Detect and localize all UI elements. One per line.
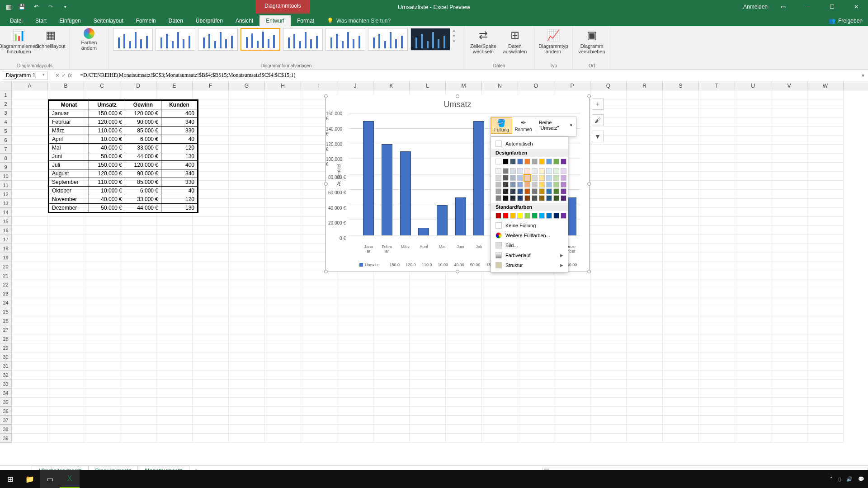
col-header[interactable]: M — [446, 81, 482, 90]
redo-button[interactable]: ↷ — [45, 1, 56, 12]
change-chart-type-button[interactable]: 📈Diagrammtyp ändern — [539, 28, 568, 54]
row-header[interactable]: 35 — [0, 398, 12, 407]
row-header[interactable]: 16 — [0, 226, 12, 235]
tab-home[interactable]: Start — [29, 15, 53, 26]
row-header[interactable]: 5 — [0, 127, 12, 136]
color-swatch[interactable] — [524, 159, 530, 164]
save-button[interactable]: 💾 — [16, 1, 27, 12]
row-header[interactable]: 15 — [0, 217, 12, 226]
row-header[interactable]: 3 — [0, 108, 12, 117]
color-swatch[interactable] — [510, 188, 516, 194]
styles-more-button[interactable]: ▴▾▾ — [453, 28, 459, 43]
color-swatch[interactable] — [553, 168, 559, 174]
row-header[interactable]: 1 — [0, 90, 12, 99]
color-swatch[interactable] — [524, 188, 530, 194]
row-header[interactable]: 24 — [0, 298, 12, 307]
col-header[interactable]: W — [807, 81, 844, 90]
color-swatch[interactable] — [503, 175, 509, 181]
col-header[interactable]: O — [518, 81, 554, 90]
color-swatch[interactable] — [532, 168, 538, 174]
row-header[interactable]: 36 — [0, 407, 12, 416]
gradient-fill[interactable]: Farbverlauf▶ — [491, 250, 568, 260]
color-swatch[interactable] — [503, 168, 509, 174]
color-swatch[interactable] — [539, 159, 545, 164]
col-header[interactable]: P — [554, 81, 590, 90]
taskbar-excel[interactable]: X — [60, 470, 80, 488]
color-swatch[interactable] — [532, 159, 538, 164]
color-swatch[interactable] — [561, 175, 566, 181]
color-swatch[interactable] — [553, 195, 559, 201]
col-header[interactable]: T — [699, 81, 735, 90]
col-header[interactable]: C — [84, 81, 120, 90]
row-header[interactable]: 22 — [0, 280, 12, 289]
row-header[interactable]: 6 — [0, 136, 12, 145]
tab-file[interactable]: Datei — [4, 15, 29, 26]
fx-button[interactable]: fx — [68, 72, 72, 79]
chart-style-2[interactable] — [156, 28, 195, 51]
color-swatch[interactable] — [561, 168, 566, 174]
row-header[interactable]: 9 — [0, 163, 12, 172]
bar[interactable] — [473, 121, 484, 235]
color-swatch[interactable] — [524, 182, 530, 188]
color-swatch[interactable] — [510, 168, 516, 174]
maximize-button[interactable]: ☐ — [823, 0, 841, 14]
bar[interactable] — [437, 205, 448, 236]
tab-formulas[interactable]: Formeln — [130, 15, 162, 26]
row-header[interactable]: 29 — [0, 343, 12, 352]
notifications-icon[interactable]: 💬 — [858, 476, 864, 482]
col-header[interactable]: L — [410, 81, 446, 90]
color-swatch[interactable] — [510, 182, 516, 188]
color-swatch[interactable] — [503, 182, 509, 188]
color-swatch[interactable] — [561, 182, 566, 188]
color-swatch[interactable] — [532, 188, 538, 194]
no-fill[interactable]: Keine Füllung — [491, 221, 568, 230]
col-header[interactable]: J — [337, 81, 373, 90]
row-header[interactable]: 37 — [0, 416, 12, 425]
row-header[interactable]: 28 — [0, 334, 12, 343]
color-swatch[interactable] — [532, 182, 538, 188]
tab-view[interactable]: Ansicht — [229, 15, 259, 26]
row-header[interactable]: 26 — [0, 316, 12, 325]
row-header[interactable]: 14 — [0, 208, 12, 217]
row-header[interactable]: 20 — [0, 262, 12, 271]
tell-me-search[interactable]: 💡 Was möchten Sie tun? — [323, 15, 394, 26]
row-header[interactable]: 10 — [0, 172, 12, 181]
bar[interactable] — [382, 144, 392, 236]
chart-style-5[interactable] — [283, 28, 323, 51]
color-swatch[interactable] — [524, 175, 530, 181]
col-header[interactable]: U — [735, 81, 771, 90]
color-swatch[interactable] — [495, 195, 501, 201]
expand-formula-bar[interactable]: ▾ — [858, 72, 868, 79]
color-swatch[interactable] — [561, 159, 566, 164]
color-swatch[interactable] — [524, 168, 530, 174]
color-swatch[interactable] — [524, 195, 530, 201]
color-swatch[interactable] — [553, 213, 559, 219]
color-swatch[interactable] — [524, 213, 530, 219]
tab-design[interactable]: Entwurf — [259, 15, 291, 26]
color-swatch[interactable] — [546, 182, 552, 188]
row-header[interactable]: 12 — [0, 190, 12, 199]
color-swatch[interactable] — [517, 195, 523, 201]
fill-button[interactable]: 🪣Füllung — [491, 117, 512, 134]
qat-dropdown[interactable]: ▾ — [60, 1, 71, 12]
row-header[interactable]: 39 — [0, 434, 12, 443]
col-header[interactable]: H — [265, 81, 301, 90]
switch-row-col-button[interactable]: ⇄Zeile/Spalte wechseln — [469, 28, 498, 54]
row-header[interactable]: 8 — [0, 154, 12, 163]
taskbar-app-1[interactable]: ▭ — [40, 470, 60, 488]
color-swatch[interactable] — [495, 168, 501, 174]
row-header[interactable]: 34 — [0, 389, 12, 398]
color-swatch[interactable] — [539, 168, 545, 174]
color-swatch[interactable] — [503, 188, 509, 194]
row-header[interactable]: 19 — [0, 253, 12, 262]
row-header[interactable]: 38 — [0, 425, 12, 434]
col-header[interactable]: B — [48, 81, 84, 90]
color-swatch[interactable] — [539, 175, 545, 181]
col-header[interactable]: V — [771, 81, 807, 90]
col-header[interactable]: Q — [590, 81, 627, 90]
account-signin[interactable]: Anmelden — [743, 4, 768, 10]
more-fill-colors[interactable]: Weitere Füllfarben... — [491, 230, 568, 240]
row-header[interactable]: 25 — [0, 307, 12, 316]
worksheet-grid[interactable]: ABCDEFGHIJKLMNOPQRSTUVW 1234567891011121… — [0, 81, 868, 452]
col-header[interactable]: G — [229, 81, 265, 90]
